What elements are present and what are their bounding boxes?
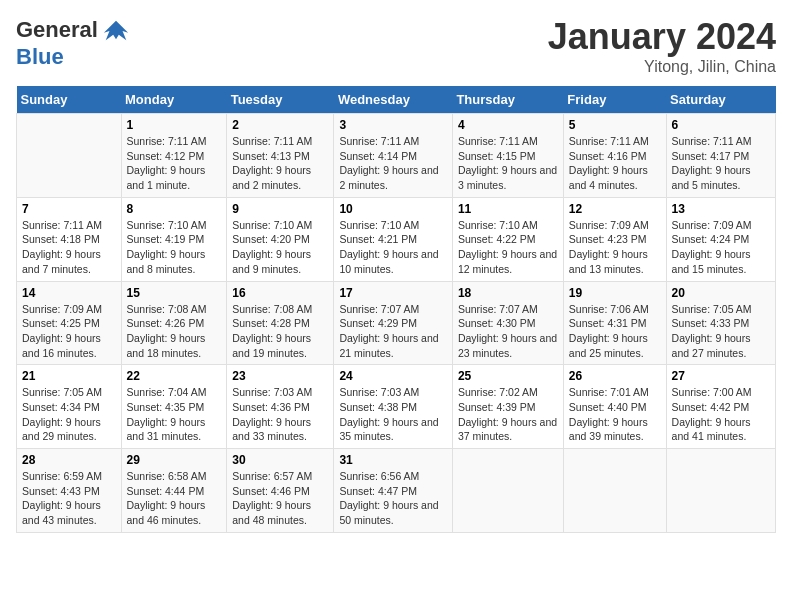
svg-marker-0	[104, 21, 128, 41]
main-title: January 2024	[548, 16, 776, 58]
calendar-cell: 3Sunrise: 7:11 AMSunset: 4:14 PMDaylight…	[334, 114, 453, 198]
calendar-cell: 15Sunrise: 7:08 AMSunset: 4:26 PMDayligh…	[121, 281, 227, 365]
weekday-header-friday: Friday	[563, 86, 666, 114]
day-number: 21	[22, 369, 116, 383]
day-info: Sunrise: 7:07 AMSunset: 4:29 PMDaylight:…	[339, 302, 447, 361]
logo-general-text: General	[16, 17, 98, 43]
day-info: Sunrise: 7:11 AMSunset: 4:15 PMDaylight:…	[458, 134, 558, 193]
calendar-cell: 6Sunrise: 7:11 AMSunset: 4:17 PMDaylight…	[666, 114, 775, 198]
calendar-cell: 16Sunrise: 7:08 AMSunset: 4:28 PMDayligh…	[227, 281, 334, 365]
calendar-week-row: 28Sunrise: 6:59 AMSunset: 4:43 PMDayligh…	[17, 449, 776, 533]
day-number: 10	[339, 202, 447, 216]
day-number: 19	[569, 286, 661, 300]
day-number: 4	[458, 118, 558, 132]
day-info: Sunrise: 7:09 AMSunset: 4:24 PMDaylight:…	[672, 218, 770, 277]
day-info: Sunrise: 6:58 AMSunset: 4:44 PMDaylight:…	[127, 469, 222, 528]
day-info: Sunrise: 7:03 AMSunset: 4:38 PMDaylight:…	[339, 385, 447, 444]
calendar-cell: 31Sunrise: 6:56 AMSunset: 4:47 PMDayligh…	[334, 449, 453, 533]
calendar-cell: 17Sunrise: 7:07 AMSunset: 4:29 PMDayligh…	[334, 281, 453, 365]
calendar-cell: 11Sunrise: 7:10 AMSunset: 4:22 PMDayligh…	[452, 197, 563, 281]
day-info: Sunrise: 7:11 AMSunset: 4:16 PMDaylight:…	[569, 134, 661, 193]
calendar-cell: 21Sunrise: 7:05 AMSunset: 4:34 PMDayligh…	[17, 365, 122, 449]
day-number: 22	[127, 369, 222, 383]
calendar-week-row: 21Sunrise: 7:05 AMSunset: 4:34 PMDayligh…	[17, 365, 776, 449]
day-info: Sunrise: 6:56 AMSunset: 4:47 PMDaylight:…	[339, 469, 447, 528]
day-info: Sunrise: 7:03 AMSunset: 4:36 PMDaylight:…	[232, 385, 328, 444]
calendar-cell: 9Sunrise: 7:10 AMSunset: 4:20 PMDaylight…	[227, 197, 334, 281]
weekday-header-saturday: Saturday	[666, 86, 775, 114]
calendar-week-row: 1Sunrise: 7:11 AMSunset: 4:12 PMDaylight…	[17, 114, 776, 198]
day-info: Sunrise: 7:09 AMSunset: 4:23 PMDaylight:…	[569, 218, 661, 277]
calendar-cell: 19Sunrise: 7:06 AMSunset: 4:31 PMDayligh…	[563, 281, 666, 365]
calendar-cell: 13Sunrise: 7:09 AMSunset: 4:24 PMDayligh…	[666, 197, 775, 281]
day-number: 7	[22, 202, 116, 216]
day-info: Sunrise: 7:02 AMSunset: 4:39 PMDaylight:…	[458, 385, 558, 444]
day-number: 11	[458, 202, 558, 216]
day-number: 2	[232, 118, 328, 132]
day-info: Sunrise: 7:11 AMSunset: 4:13 PMDaylight:…	[232, 134, 328, 193]
calendar-cell: 14Sunrise: 7:09 AMSunset: 4:25 PMDayligh…	[17, 281, 122, 365]
day-number: 27	[672, 369, 770, 383]
day-number: 9	[232, 202, 328, 216]
day-info: Sunrise: 7:05 AMSunset: 4:34 PMDaylight:…	[22, 385, 116, 444]
day-number: 26	[569, 369, 661, 383]
day-info: Sunrise: 7:11 AMSunset: 4:17 PMDaylight:…	[672, 134, 770, 193]
weekday-header-wednesday: Wednesday	[334, 86, 453, 114]
calendar-cell: 1Sunrise: 7:11 AMSunset: 4:12 PMDaylight…	[121, 114, 227, 198]
day-info: Sunrise: 7:10 AMSunset: 4:22 PMDaylight:…	[458, 218, 558, 277]
weekday-header-monday: Monday	[121, 86, 227, 114]
calendar-cell: 10Sunrise: 7:10 AMSunset: 4:21 PMDayligh…	[334, 197, 453, 281]
calendar-week-row: 7Sunrise: 7:11 AMSunset: 4:18 PMDaylight…	[17, 197, 776, 281]
calendar-cell: 27Sunrise: 7:00 AMSunset: 4:42 PMDayligh…	[666, 365, 775, 449]
day-info: Sunrise: 7:09 AMSunset: 4:25 PMDaylight:…	[22, 302, 116, 361]
calendar-cell: 8Sunrise: 7:10 AMSunset: 4:19 PMDaylight…	[121, 197, 227, 281]
calendar-cell: 23Sunrise: 7:03 AMSunset: 4:36 PMDayligh…	[227, 365, 334, 449]
day-info: Sunrise: 7:04 AMSunset: 4:35 PMDaylight:…	[127, 385, 222, 444]
calendar-cell: 24Sunrise: 7:03 AMSunset: 4:38 PMDayligh…	[334, 365, 453, 449]
day-number: 16	[232, 286, 328, 300]
calendar-cell: 30Sunrise: 6:57 AMSunset: 4:46 PMDayligh…	[227, 449, 334, 533]
day-number: 15	[127, 286, 222, 300]
calendar-cell: 20Sunrise: 7:05 AMSunset: 4:33 PMDayligh…	[666, 281, 775, 365]
subtitle: Yitong, Jilin, China	[548, 58, 776, 76]
day-number: 14	[22, 286, 116, 300]
calendar-cell	[563, 449, 666, 533]
day-number: 31	[339, 453, 447, 467]
logo: General Blue	[16, 16, 130, 70]
calendar-cell: 28Sunrise: 6:59 AMSunset: 4:43 PMDayligh…	[17, 449, 122, 533]
day-number: 23	[232, 369, 328, 383]
calendar-cell	[17, 114, 122, 198]
day-number: 24	[339, 369, 447, 383]
day-info: Sunrise: 7:11 AMSunset: 4:12 PMDaylight:…	[127, 134, 222, 193]
day-info: Sunrise: 7:10 AMSunset: 4:19 PMDaylight:…	[127, 218, 222, 277]
day-number: 1	[127, 118, 222, 132]
calendar-cell: 18Sunrise: 7:07 AMSunset: 4:30 PMDayligh…	[452, 281, 563, 365]
weekday-header-row: SundayMondayTuesdayWednesdayThursdayFrid…	[17, 86, 776, 114]
day-number: 20	[672, 286, 770, 300]
day-info: Sunrise: 7:05 AMSunset: 4:33 PMDaylight:…	[672, 302, 770, 361]
day-info: Sunrise: 7:07 AMSunset: 4:30 PMDaylight:…	[458, 302, 558, 361]
calendar-week-row: 14Sunrise: 7:09 AMSunset: 4:25 PMDayligh…	[17, 281, 776, 365]
day-number: 13	[672, 202, 770, 216]
logo-blue-text: Blue	[16, 44, 64, 70]
day-number: 17	[339, 286, 447, 300]
day-number: 3	[339, 118, 447, 132]
calendar-cell: 12Sunrise: 7:09 AMSunset: 4:23 PMDayligh…	[563, 197, 666, 281]
day-number: 5	[569, 118, 661, 132]
calendar-cell: 29Sunrise: 6:58 AMSunset: 4:44 PMDayligh…	[121, 449, 227, 533]
calendar-cell: 26Sunrise: 7:01 AMSunset: 4:40 PMDayligh…	[563, 365, 666, 449]
day-number: 29	[127, 453, 222, 467]
day-info: Sunrise: 7:06 AMSunset: 4:31 PMDaylight:…	[569, 302, 661, 361]
page-header: General Blue January 2024 Yitong, Jilin,…	[16, 16, 776, 76]
weekday-header-sunday: Sunday	[17, 86, 122, 114]
day-info: Sunrise: 6:59 AMSunset: 4:43 PMDaylight:…	[22, 469, 116, 528]
day-number: 30	[232, 453, 328, 467]
day-info: Sunrise: 7:11 AMSunset: 4:18 PMDaylight:…	[22, 218, 116, 277]
day-number: 25	[458, 369, 558, 383]
calendar-cell	[666, 449, 775, 533]
day-number: 18	[458, 286, 558, 300]
calendar-cell	[452, 449, 563, 533]
day-info: Sunrise: 7:00 AMSunset: 4:42 PMDaylight:…	[672, 385, 770, 444]
calendar-table: SundayMondayTuesdayWednesdayThursdayFrid…	[16, 86, 776, 533]
calendar-cell: 22Sunrise: 7:04 AMSunset: 4:35 PMDayligh…	[121, 365, 227, 449]
